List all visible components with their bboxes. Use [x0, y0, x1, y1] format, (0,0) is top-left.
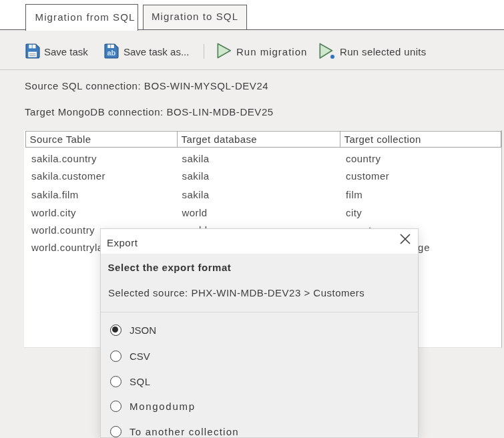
svg-text:ab: ab [107, 49, 115, 57]
